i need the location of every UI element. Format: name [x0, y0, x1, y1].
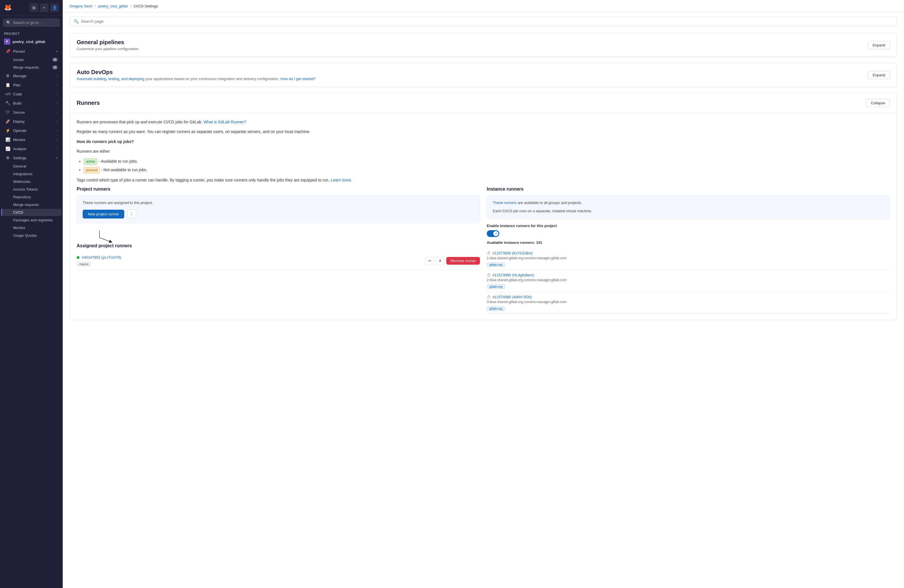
sidebar-item-ci-cd-label: CI/CD [13, 210, 23, 214]
sidebar-item-ci-cd[interactable]: CI/CD [1, 209, 62, 216]
assigned-runners-title: Assigned project runners [77, 243, 480, 248]
sidebar-item-code[interactable]: </> Code › [1, 90, 62, 98]
runner-icon-2: ⏱ [487, 273, 491, 277]
sidebar-item-usage-quotas[interactable]: Usage Quotas [1, 232, 62, 239]
sidebar-item-analyze-label: Analyze [13, 147, 26, 151]
main-content: Gregory Sech / poetry_cicd_gitlab / CI/C… [63, 0, 904, 588]
sidebar-item-general-label: General [13, 164, 26, 169]
remove-runner-btn[interactable]: Remove runner [446, 257, 480, 265]
sidebar-item-secure[interactable]: 🛡 Secure › [1, 108, 62, 117]
sidebar-create-icon[interactable]: ＋ [40, 3, 49, 12]
auto-devops-help-link[interactable]: How do I get started? [280, 77, 316, 81]
runners-header: Runners Collapse [70, 93, 897, 113]
search-bar[interactable]: 🔍 [70, 17, 897, 26]
sidebar-item-repository[interactable]: Repository [1, 194, 62, 200]
gitlab-org-badge-3: gitlab-org [487, 306, 505, 311]
sidebar-item-manage-label: Manage [13, 74, 27, 78]
sidebar-item-manage[interactable]: ⚙ Manage › [1, 71, 62, 80]
auto-devops-desc-text: your applications based on your continuo… [145, 77, 280, 81]
project-runners-box-text: These runners are assigned to this proje… [83, 200, 474, 206]
instance-runner-2-link[interactable]: #11573990 (NL4gfoBem) [493, 273, 534, 277]
instance-runner-3-name-row: ⏱ #11574080 (4dNV-5O0) [487, 295, 890, 300]
sidebar-item-pinned-label: Pinned [13, 49, 25, 54]
sidebar-item-webhooks-label: Webhooks [13, 180, 30, 184]
active-desc: - Available to run jobs. [99, 159, 138, 164]
enable-instance-runners-label: Enable instance runners for this project [487, 224, 557, 228]
runner-actions: ✏ ⏸ Remove runner [426, 257, 480, 265]
sidebar-item-merge-requests-label: Merge requests [13, 65, 39, 69]
breadcrumb-user[interactable]: Gregory Sech [70, 4, 92, 8]
paused-desc: - Not available to run jobs. [101, 167, 147, 172]
sidebar-item-settings[interactable]: ⚙ Settings ▾ [1, 154, 62, 162]
sidebar-item-access-tokens[interactable]: Access Tokens [1, 186, 62, 193]
sidebar-item-integrations-label: Integrations [13, 172, 33, 176]
general-pipelines-expand-btn[interactable]: Expand [868, 41, 890, 49]
sidebar-item-webhooks[interactable]: Webhooks [1, 178, 62, 185]
sidebar-header: 🦊 ⊞ ＋ 👤 [0, 0, 63, 16]
merge-requests-badge: 0 [52, 66, 58, 69]
chevron-right-icon: › [57, 138, 58, 141]
sidebar-item-monitor-settings[interactable]: Monitor [1, 224, 62, 231]
runner-what-is-link[interactable]: What is GitLab Runner? [204, 120, 246, 124]
instance-runners-link[interactable]: These runners [493, 200, 517, 205]
auto-devops-expand-btn[interactable]: Expand [868, 71, 890, 79]
pin-icon: 📌 [5, 49, 10, 54]
macos-badge: macos [77, 262, 91, 266]
sidebar-item-plan[interactable]: 📋 Plan › [1, 80, 62, 89]
auto-devops-header: Auto DevOps Automate building, testing, … [70, 63, 897, 87]
instance-runner-1-name-row: ⏱ #11573930 (KzYhZxBvi) [487, 251, 890, 255]
runners-collapse-btn[interactable]: Collapse [866, 99, 890, 107]
chevron-down-icon: ▾ [56, 156, 58, 159]
project-label: Project [0, 30, 63, 36]
runner-link[interactable]: #40147653 (yz-iTUnY9) [82, 255, 121, 260]
sidebar-item-build[interactable]: 🔨 Build › [1, 99, 62, 107]
enable-instance-runners-row: Enable instance runners for this project [487, 224, 890, 228]
sidebar-item-pinned[interactable]: 📌 Pinned ▾ [1, 47, 62, 55]
sidebar-menu-icon[interactable]: ⊞ [30, 3, 38, 12]
instance-runner-item-1: ⏱ #11573930 (KzYhZxBvi) 1-blue.shared-gi… [487, 248, 890, 270]
runner-pause-icon[interactable]: ⏸ [436, 257, 444, 265]
instance-runner-3-url: 3-blue.shared-gitlab-org.runners-manager… [487, 300, 890, 304]
sidebar-item-merge-requests-settings[interactable]: Merge requests [1, 201, 62, 208]
sidebar-item-usage-quotas-label: Usage Quotas [13, 233, 37, 238]
analyze-icon: 📈 [5, 147, 10, 151]
sidebar-item-monitor[interactable]: 📊 Monitor › [1, 135, 62, 144]
sidebar-item-merge-requests[interactable]: Merge requests 0 [1, 64, 62, 71]
breadcrumb-current: CI/CD Settings [133, 4, 158, 8]
instance-runner-2-url: 2-blue.shared-gitlab-org.runners-manager… [487, 278, 890, 282]
instance-runner-3-link[interactable]: #11574080 (4dNV-5O0) [493, 295, 532, 299]
runner-menu-btn[interactable]: ⋮ [127, 210, 136, 219]
runners-status-list: active - Available to run jobs. paused -… [77, 158, 890, 173]
instance-runners-col: Instance runners These runners are avail… [487, 187, 890, 314]
runners-body: Runners are processes that pick up and e… [70, 113, 897, 320]
runners-learn-more-link[interactable]: Learn more. [330, 178, 352, 182]
enable-instance-runners-toggle[interactable] [487, 230, 499, 237]
sidebar-item-general[interactable]: General [1, 163, 62, 170]
project-runners-title: Project runners [77, 187, 480, 192]
sidebar-item-integrations[interactable]: Integrations [1, 170, 62, 178]
new-project-runner-btn[interactable]: New project runner [83, 210, 124, 219]
active-badge: active [84, 158, 98, 165]
gitlab-logo: 🦊 [4, 4, 12, 11]
sidebar-item-analyze[interactable]: 📈 Analyze › [1, 144, 62, 153]
sidebar-item-packages-and-registries[interactable]: Packages and registries [1, 216, 62, 224]
runner-icon-3: ⏱ [487, 295, 491, 300]
arrow-svg [94, 229, 117, 243]
instance-runner-1-link[interactable]: #11573930 (KzYhZxBvi) [493, 251, 533, 255]
sidebar-item-deploy[interactable]: 🚀 Deploy › [1, 117, 62, 126]
auto-devops-link[interactable]: Automate building, testing, and deployin… [77, 77, 144, 81]
sidebar-avatar-icon[interactable]: 👤 [50, 3, 59, 12]
build-icon: 🔨 [5, 101, 10, 106]
instance-runner-item-3: ⏱ #11574080 (4dNV-5O0) 3-blue.shared-git… [487, 292, 890, 314]
breadcrumb-repo[interactable]: poetry_cicd_gitlab [98, 4, 128, 8]
general-pipelines-header: General pipelines Customize your pipelin… [70, 33, 897, 57]
sidebar-item-issues[interactable]: Issues 0 [1, 56, 62, 63]
project-item[interactable]: P poetry_cicd_gitlab [0, 36, 63, 47]
runner-edit-icon[interactable]: ✏ [426, 257, 434, 265]
instance-runners-title: Instance runners [487, 187, 890, 192]
sidebar-item-access-tokens-label: Access Tokens [13, 187, 38, 191]
sidebar-search[interactable]: 🔍 Search or go to... [3, 19, 60, 27]
sidebar-item-monitor-settings-label: Monitor [13, 225, 25, 230]
sidebar-item-operate[interactable]: ⚡ Operate › [1, 126, 62, 135]
search-input[interactable] [81, 19, 893, 24]
